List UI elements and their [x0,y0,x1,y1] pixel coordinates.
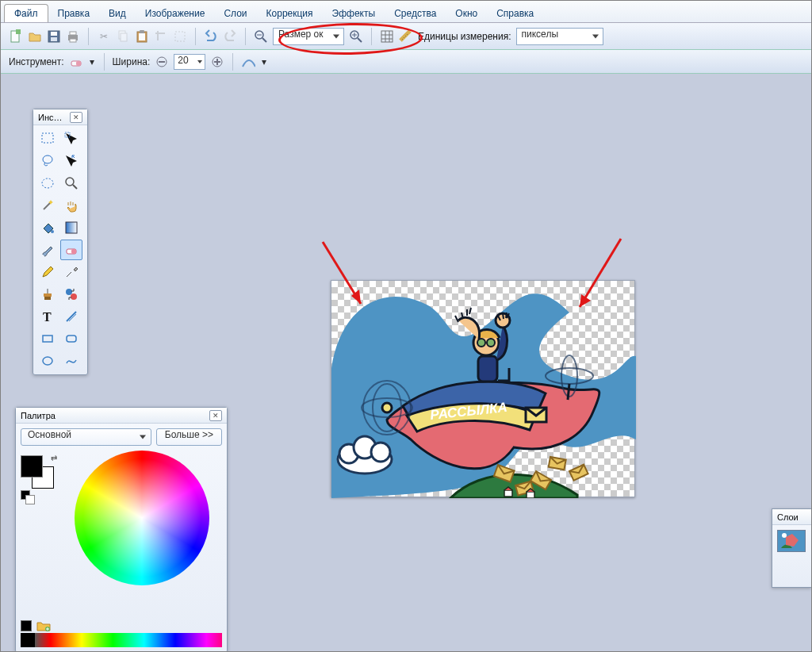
svg-point-74 [477,339,485,347]
svg-rect-7 [70,39,76,42]
zoom-level-select[interactable]: Размер ок [273,28,344,45]
separator [245,28,246,45]
open-file-icon[interactable] [28,29,42,44]
tools-panel[interactable]: Инс… ✕ T [33,109,88,375]
copy-icon[interactable] [116,29,130,44]
antialias-icon[interactable] [241,55,255,69]
svg-point-63 [371,443,390,462]
color-wheel[interactable] [75,451,209,585]
canvas-document[interactable]: РАССЫЛКА [331,280,635,497]
palette-more-button[interactable]: Больше >> [156,428,222,446]
eraser-tool-icon[interactable] [69,55,83,69]
deselect-icon[interactable] [173,29,187,44]
recent-color-swatch[interactable] [21,620,32,631]
palette-body: Основной Больше >> ⇄ [16,424,227,590]
separator [371,28,372,45]
new-file-icon[interactable] [9,29,23,44]
color-strip[interactable] [21,633,222,647]
tool-line[interactable] [60,306,82,327]
palette-folder-icon[interactable] [36,620,49,631]
menu-tools[interactable]: Средства [385,5,446,22]
menu-view[interactable]: Вид [99,5,136,22]
svg-rect-53 [67,336,76,342]
tool-pencil[interactable] [36,262,59,282]
tool-rounded-rect[interactable] [60,328,82,349]
svg-point-40 [51,230,54,233]
tool-rect[interactable] [36,328,59,349]
zoom-in-icon[interactable] [349,29,363,44]
layer-thumbnail[interactable] [777,530,806,552]
tool-ellipse[interactable] [36,351,59,371]
menu-file[interactable]: Файл [4,4,48,22]
workspace: Инс… ✕ T [1,75,811,651]
layers-panel[interactable]: Слои [772,508,811,588]
zoom-out-icon[interactable] [254,29,268,44]
tools-panel-title-bar[interactable]: Инс… ✕ [33,109,87,125]
tool-gradient[interactable] [60,217,82,238]
tool-clone[interactable] [36,284,59,305]
svg-rect-11 [139,33,145,40]
ruler-icon[interactable] [399,29,413,44]
default-colors-icon[interactable] [21,490,29,498]
menu-window[interactable]: Окно [446,5,487,22]
svg-point-35 [43,155,52,163]
width-label: Ширина: [113,56,151,67]
palette-mode-value: Основной [28,429,71,440]
palette-panel-title-bar[interactable]: Палитра ✕ [16,408,227,424]
tool-lasso[interactable] [36,151,59,171]
zoom-level-text: Размер ок [278,29,324,40]
canvas-image: РАССЫЛКА [331,281,634,497]
paste-icon[interactable] [135,29,149,44]
tool-dropdown-icon[interactable]: ▾ [88,55,96,69]
menu-image[interactable]: Изображение [136,5,215,22]
tool-freeform[interactable] [60,351,82,371]
menu-correction[interactable]: Коррекция [257,5,323,22]
cut-icon[interactable]: ✂ [97,29,111,44]
tool-replace-color[interactable] [60,284,82,305]
separator [88,28,89,45]
width-decrease-icon[interactable] [155,55,169,69]
menu-effects[interactable]: Эффекты [323,5,385,22]
antialias-dropdown-icon[interactable]: ▾ [260,55,268,69]
svg-rect-12 [140,30,144,33]
save-icon[interactable] [47,29,61,44]
tool-move[interactable] [60,151,82,171]
svg-rect-21 [381,31,393,42]
grid-icon[interactable] [380,29,394,44]
svg-rect-27 [76,61,81,66]
tool-magic-wand[interactable] [36,195,59,216]
tool-rect-select[interactable] [36,128,59,149]
close-icon[interactable]: ✕ [70,112,82,123]
palette-mode-select[interactable]: Основной [21,428,151,446]
tool-zoom[interactable] [60,173,82,194]
undo-icon[interactable] [204,29,218,44]
tool-ellipse-select[interactable] [36,173,59,194]
tool-move-selection[interactable] [60,128,82,149]
width-value-select[interactable]: 20 [174,54,205,70]
svg-rect-45 [44,293,52,297]
tool-text[interactable]: T [36,306,59,327]
svg-rect-9 [121,33,127,41]
foreground-color-swatch[interactable] [21,455,43,477]
svg-line-70 [568,384,569,400]
units-select[interactable]: пикселы [516,28,603,45]
menu-layers[interactable]: Слои [214,5,256,22]
menu-edit[interactable]: Правка [48,5,100,22]
tool-pan[interactable] [60,195,82,216]
swap-colors-icon[interactable]: ⇄ [51,454,57,462]
tool-brush[interactable] [36,240,59,260]
width-increase-icon[interactable] [210,55,224,69]
tool-picker[interactable] [60,262,82,282]
print-icon[interactable] [66,29,80,44]
color-swatches[interactable]: ⇄ [21,455,56,490]
palette-panel[interactable]: Палитра ✕ Основной Больше >> ⇄ [15,407,228,652]
tool-eraser[interactable] [60,240,82,260]
menu-help[interactable]: Справка [487,5,543,22]
tools-grid: T [33,125,87,374]
close-icon[interactable]: ✕ [209,410,222,421]
svg-point-59 [782,533,787,538]
tool-bucket[interactable] [36,217,59,238]
redo-icon[interactable] [223,29,237,44]
crop-icon[interactable] [154,29,168,44]
layers-panel-title-bar[interactable]: Слои [772,509,811,525]
